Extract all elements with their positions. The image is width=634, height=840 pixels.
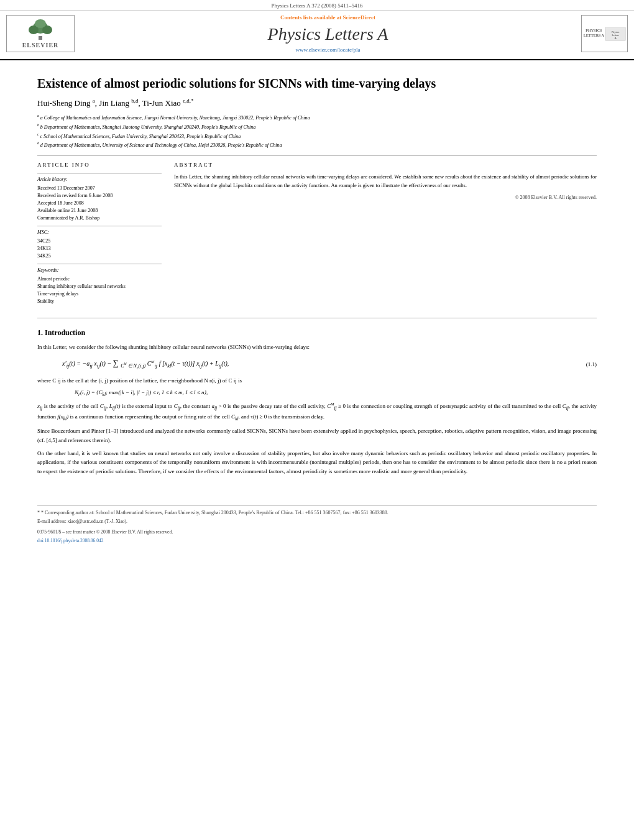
author-ding: Hui-Sheng Ding a, Jin Liang b,d, Ti-Jun … [37, 98, 194, 108]
footer-issn: 0375-9601/$ – see front matter © 2008 El… [37, 528, 597, 535]
article-history-section: Article history: Received 13 December 20… [37, 173, 162, 222]
keyword-1: Almost periodic [37, 275, 162, 283]
article-title: Existence of almost periodic solutions f… [37, 75, 597, 91]
journal-top-bar: Physics Letters A 372 (2008) 5411–5416 [0, 0, 634, 11]
divider-2 [37, 318, 597, 318]
history-revised: Received in revised form 6 June 2008 [37, 192, 162, 200]
svg-point-4 [35, 19, 46, 28]
page: Physics Letters A 372 (2008) 5411–5416 E… [0, 0, 634, 840]
keyword-2: Shunting inhibitory cellular neural netw… [37, 283, 162, 290]
elsevier-logo: ELSEVIER [6, 15, 75, 52]
msc-section: MSC: 34C25 34K13 34K25 [37, 226, 162, 260]
abstract-column: ABSTRACT In this Letter, the shunting in… [174, 161, 597, 310]
set-definition: Nr(i, j) = {Ckl; max(|k − i|, |l − j|) ≤… [75, 389, 597, 397]
msc-label: MSC: [37, 229, 162, 236]
affiliation-c: c c School of Mathematical Sciences, Fud… [37, 132, 597, 141]
svg-text:Letters: Letters [612, 34, 619, 37]
neighborhood-def: where C ij is the cell at the (i, j) pos… [37, 376, 597, 385]
journal-header: Physics Letters A 372 (2008) 5411–5416 E… [0, 0, 634, 60]
article-content: Existence of almost periodic solutions f… [0, 60, 634, 492]
keywords-label: Keywords: [37, 267, 162, 274]
journal-banner: ELSEVIER Contents lists available at Sci… [0, 11, 634, 57]
journal-citation: Physics Letters A 372 (2008) 5411–5416 [272, 2, 363, 9]
msc-code-1: 34C25 [37, 238, 162, 245]
footer-area: * * Corresponding author at: School of M… [37, 505, 597, 544]
article-info-title: ARTICLE INFO [37, 161, 162, 170]
footnote-email: E-mail address: xiaotj@ustc.edu.cn (T.-J… [37, 518, 597, 525]
intro-p2: xij is the activity of the cell Cij, Lij… [37, 401, 597, 423]
history-communicated: Communicated by A.R. Bishop [37, 215, 162, 222]
abstract-title: ABSTRACT [174, 161, 597, 170]
science-direct-line: Contents lists available at ScienceDirec… [87, 14, 569, 21]
keywords-section: Keywords: Almost periodic Shunting inhib… [37, 264, 162, 305]
msc-code-3: 34K25 [37, 252, 162, 260]
svg-text:Physics: Physics [612, 30, 620, 34]
journal-title: Physics Letters A [87, 24, 569, 44]
article-authors: Hui-Sheng Ding a, Jin Liang b,d, Ti-Jun … [37, 98, 597, 108]
history-label: Article history: [37, 176, 162, 183]
affiliations: a a College of Mathematics and Informati… [37, 113, 597, 149]
article-info-column: ARTICLE INFO Article history: Received 1… [37, 161, 162, 310]
keyword-3: Time-varying delays [37, 290, 162, 298]
copyright-note: © 2008 Elsevier B.V. All rights reserved… [174, 194, 597, 201]
intro-section-title: 1. Introduction [37, 328, 597, 338]
sciencedirect-link[interactable]: ScienceDirect [343, 14, 375, 21]
msc-code-2: 34K13 [37, 245, 162, 252]
affiliation-a: a a College of Mathematics and Informati… [37, 113, 597, 122]
footnote-corresponding: * * Corresponding author at: School of M… [37, 509, 597, 517]
svg-rect-0 [39, 36, 42, 40]
info-abstract-columns: ARTICLE INFO Article history: Received 1… [37, 161, 597, 310]
equation-number-1-1: (1.1) [586, 361, 597, 367]
divider-1 [37, 155, 597, 156]
abstract-text: In this Letter, the shunting inhibitory … [174, 173, 597, 190]
keyword-4: Stability [37, 298, 162, 305]
affiliation-b: b b Department of Mathematics, Shanghai … [37, 122, 597, 131]
elsevier-name: ELSEVIER [22, 42, 59, 48]
history-available: Available online 21 June 2008 [37, 207, 162, 215]
equation-formula: x′ij(t) = −aij xij(t) − ∑ Ckl ∈ Nr(i,j) … [62, 358, 229, 370]
affiliation-d: d d Department of Mathematics, Universit… [37, 141, 597, 149]
intro-p1: In this Letter, we consider the followin… [37, 343, 597, 352]
equation-1-1: x′ij(t) = −aij xij(t) − ∑ Ckl ∈ Nr(i,j) … [62, 358, 597, 370]
physics-letters-logo: PHYSICS LETTERS A Physics Letters A [581, 15, 628, 52]
history-received: Received 13 December 2007 [37, 185, 162, 192]
history-accepted: Accepted 18 June 2008 [37, 200, 162, 207]
journal-center: Contents lists available at ScienceDirec… [75, 14, 581, 53]
intro-p4: On the other hand, it is well known that… [37, 449, 597, 477]
journal-url[interactable]: www.elsevier.com/locate/pla [87, 47, 569, 53]
footer-doi[interactable]: doi:10.1016/j.physleta.2008.06.042 [37, 537, 597, 544]
intro-p3: Since Bouzerdoum and Pinter [1–3] introd… [37, 427, 597, 445]
